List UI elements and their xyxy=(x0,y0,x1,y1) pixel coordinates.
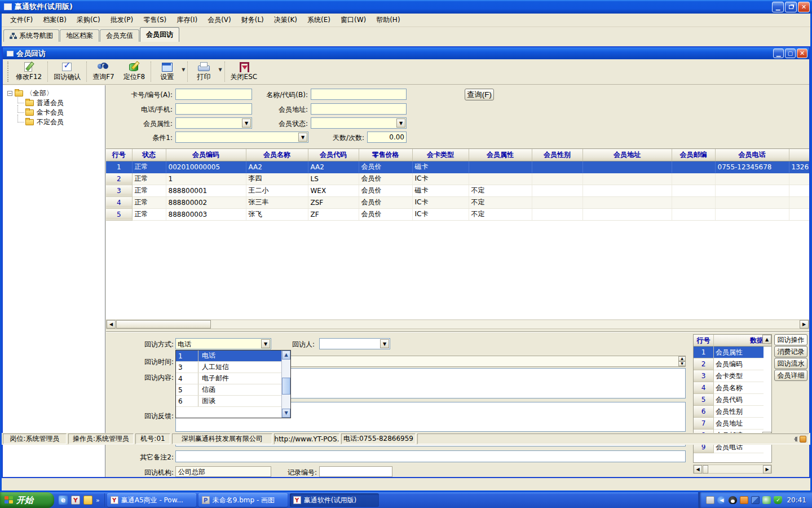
chevron-down-icon[interactable]: ▼ xyxy=(218,67,222,84)
table-cell[interactable] xyxy=(672,208,715,220)
table-cell[interactable]: AA2 xyxy=(308,161,359,173)
keyboard-icon[interactable] xyxy=(706,496,714,504)
table-cell[interactable]: IC卡 xyxy=(412,208,469,220)
column-header[interactable]: 会员编码 xyxy=(166,149,246,161)
taskbar-task-未命名9.bmp - 画图[interactable]: P未命名9.bmp - 画图 xyxy=(198,493,288,507)
table-cell[interactable] xyxy=(672,173,715,185)
taskbar-task-赢通软件(试用版)[interactable]: Y赢通软件(试用版) xyxy=(290,493,379,507)
menu-item[interactable]: 零售(S) xyxy=(138,14,171,27)
row-number-cell[interactable]: 1 xyxy=(106,161,132,173)
table-cell[interactable]: ZF xyxy=(308,208,359,220)
tab-地区档案[interactable]: 地区档案 xyxy=(60,29,99,42)
app-tray-icon[interactable] xyxy=(740,496,748,504)
table-cell[interactable] xyxy=(582,208,672,220)
table-row[interactable]: 2正常1李四LS会员价IC卡 xyxy=(106,173,809,185)
menu-item[interactable]: 采购(C) xyxy=(72,14,105,27)
table-cell[interactable] xyxy=(532,173,582,185)
scroll-left-icon[interactable]: ◀ xyxy=(694,465,702,474)
table-cell[interactable] xyxy=(582,161,672,173)
qq-icon[interactable] xyxy=(729,496,737,504)
column-header[interactable]: 状态 xyxy=(132,149,166,161)
table-cell[interactable] xyxy=(582,185,672,196)
menu-item[interactable]: 批发(P) xyxy=(105,14,139,27)
table-cell[interactable] xyxy=(672,161,715,173)
hide-icons-button[interactable]: ◀ xyxy=(717,496,726,504)
column-header[interactable]: 会员代码 xyxy=(308,149,359,161)
side-button-消费记录[interactable]: 消费记录 xyxy=(774,346,807,357)
table-cell[interactable] xyxy=(789,185,809,196)
spin-down-icon[interactable]: ▼ xyxy=(678,361,686,366)
chevron-down-icon[interactable]: ▼ xyxy=(298,133,307,142)
table-cell[interactable]: WEX xyxy=(308,185,359,196)
scrollbar-thumb[interactable] xyxy=(282,378,290,395)
table-cell[interactable]: 会员价 xyxy=(359,173,412,185)
table-cell[interactable]: 会员价 xyxy=(359,161,412,173)
table-cell[interactable] xyxy=(715,208,789,220)
dropdown-option-电子邮件[interactable]: 4电子邮件 xyxy=(176,373,281,384)
table-cell[interactable]: 132656 xyxy=(789,161,809,173)
tree-item-不定会员[interactable]: 不定会员 xyxy=(7,117,105,127)
menu-item[interactable]: 库存(I) xyxy=(171,14,202,27)
dropdown-scrollbar[interactable]: ▲ ▼ xyxy=(281,351,290,418)
grid-row[interactable]: 2会员编码 xyxy=(694,358,764,370)
table-cell[interactable]: 张飞 xyxy=(246,208,308,220)
attr-combobox[interactable]: ▼ xyxy=(175,117,252,129)
scroll-up-icon[interactable]: ▲ xyxy=(282,351,290,360)
menu-item[interactable]: 窗口(W) xyxy=(336,14,371,27)
table-cell[interactable] xyxy=(672,185,715,196)
table-cell[interactable]: 1 xyxy=(166,173,246,185)
grid-row[interactable]: 3会卡类型 xyxy=(694,370,764,382)
phone-input[interactable] xyxy=(175,103,252,115)
table-cell[interactable] xyxy=(582,196,672,208)
menu-item[interactable]: 档案(B) xyxy=(38,14,72,27)
row-number-cell[interactable]: 5 xyxy=(106,208,132,220)
column-header[interactable] xyxy=(789,149,809,161)
column-header[interactable]: 会员性别 xyxy=(532,149,582,161)
query-button[interactable]: 查询(F) xyxy=(465,89,494,100)
menu-item[interactable]: 决策(K) xyxy=(269,14,302,27)
ie-icon[interactable]: e xyxy=(59,496,68,505)
table-cell[interactable] xyxy=(715,173,789,185)
table-cell[interactable] xyxy=(789,173,809,185)
toolbar-button-回访确认[interactable]: 回访确认 xyxy=(49,59,85,84)
table-cell[interactable]: LS xyxy=(308,173,359,185)
table-cell[interactable]: 正常 xyxy=(132,161,166,173)
table-cell[interactable] xyxy=(789,196,809,208)
column-header[interactable]: 行号 xyxy=(106,149,132,161)
table-row[interactable]: 1正常002010000005AA2AA2会员价磁卡0755-123456781… xyxy=(106,161,809,173)
chevron-down-icon[interactable]: ▼ xyxy=(380,339,389,348)
grid-row[interactable]: 7会员地址 xyxy=(694,418,764,430)
table-cell[interactable] xyxy=(715,196,789,208)
scroll-up-icon[interactable]: ▲ xyxy=(762,335,771,344)
toolbar-button-设置[interactable]: 设置 xyxy=(152,59,182,84)
tab-会员充值[interactable]: 会员充值 xyxy=(100,29,139,42)
row-number-cell[interactable]: 3 xyxy=(106,185,132,196)
table-cell[interactable]: 磁卡 xyxy=(412,185,469,196)
table-cell[interactable]: IC卡 xyxy=(412,196,469,208)
scroll-right-icon[interactable]: ▶ xyxy=(763,465,771,474)
close-icon[interactable]: ✕ xyxy=(798,2,810,12)
table-cell[interactable] xyxy=(532,196,582,208)
table-cell[interactable] xyxy=(532,161,582,173)
dropdown-option-面谈[interactable]: 6面谈 xyxy=(176,396,281,407)
table-cell[interactable]: 磁卡 xyxy=(412,161,469,173)
grid-row[interactable]: 5会员代码 xyxy=(694,394,764,406)
row-number-cell[interactable]: 2 xyxy=(106,173,132,185)
table-horizontal-scrollbar[interactable]: ◀ ▶ xyxy=(106,319,809,329)
chevron-down-icon[interactable]: ▼ xyxy=(242,119,251,128)
scrollbar-thumb[interactable] xyxy=(703,465,708,474)
grid-horizontal-scrollbar[interactable]: ◀ ▶ xyxy=(693,465,772,474)
address-input[interactable] xyxy=(311,103,407,115)
card-no-input[interactable] xyxy=(175,89,252,100)
table-cell[interactable] xyxy=(789,208,809,220)
record-no-input[interactable] xyxy=(319,466,392,477)
side-button-回访流水[interactable]: 回访流水 xyxy=(774,358,807,369)
column-header[interactable]: 会员名称 xyxy=(246,149,308,161)
table-cell[interactable]: IC卡 xyxy=(412,173,469,185)
table-cell[interactable] xyxy=(469,161,532,173)
toolbar-button-查询F7[interactable]: 查询F7 xyxy=(88,59,119,84)
menu-item[interactable]: 财务(L) xyxy=(236,14,269,27)
table-cell[interactable] xyxy=(532,208,582,220)
column-header[interactable]: 会员地址 xyxy=(582,149,672,161)
method-combobox[interactable]: 电话 ▼ xyxy=(175,338,271,349)
